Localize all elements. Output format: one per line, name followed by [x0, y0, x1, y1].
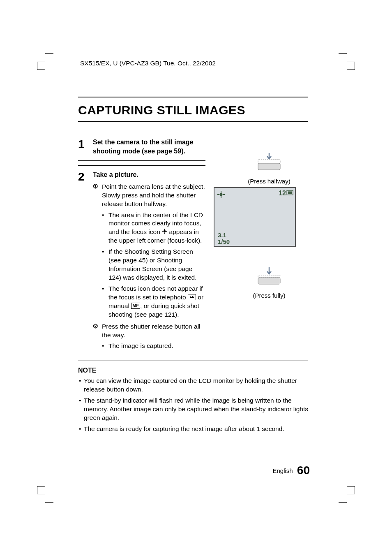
lcd-shutter: 1/50 [218, 238, 230, 245]
substep-1-text: Point the camera lens at the subject. Sl… [102, 183, 205, 208]
note-2: The stand-by indicator will flash red wh… [84, 396, 308, 422]
press-fully-caption: (Press fully) [232, 292, 306, 299]
mf-icon: MF [131, 303, 140, 309]
header-metadata: SX515/EX, U (VPC-AZ3 GB) Tue. Oct., 22/2… [80, 60, 216, 67]
note-bullet: • [78, 425, 84, 433]
bullet-2: If the Shooting Setting Screen (see page… [108, 248, 205, 282]
substep-2-marker: ② [93, 323, 98, 329]
step-1-number: 1 [78, 138, 93, 155]
note-separator [78, 360, 308, 361]
bullet-dot: • [102, 211, 108, 246]
substep-2-text: Press the shutter release button all the… [102, 322, 205, 340]
svg-point-0 [164, 230, 165, 232]
telephoto-icon [188, 294, 196, 300]
note-1: You can view the image captured on the L… [84, 377, 308, 394]
step-2-number: 2 [78, 170, 93, 350]
crop-mark-br [339, 486, 355, 503]
svg-rect-7 [258, 275, 280, 278]
bullet-3: The focus icon does not appear if the fo… [108, 285, 205, 319]
note-bullet: • [78, 396, 84, 422]
step-1-heading: Set the camera to the still image shooti… [93, 138, 205, 155]
svg-rect-6 [288, 192, 292, 194]
step-1: 1 Set the camera to the still image shoo… [78, 131, 205, 161]
footer-language: English [272, 467, 293, 474]
lcd-aperture: 3.1 [218, 232, 226, 239]
crop-mark-bl [37, 486, 53, 503]
press-fully-figure: (Press fully) [232, 266, 306, 299]
step-2-heading: Take a picture. [93, 170, 205, 179]
page-footer: English 60 [272, 464, 310, 477]
footer-page-number: 60 [297, 464, 310, 477]
crop-mark-tl [37, 53, 53, 70]
note-bullet: • [78, 377, 84, 394]
bullet-4: The image is captured. [108, 342, 205, 350]
page-title-wrap: CAPTURING STILL IMAGES [78, 97, 308, 122]
lcd-figure: 12 3.1 1/50 [214, 187, 296, 248]
crop-mark-tr [339, 53, 355, 70]
bullet-dot: • [102, 248, 108, 282]
lcd-remaining-count: 12 [279, 190, 286, 197]
press-halfway-caption: (Press halfway) [232, 178, 306, 185]
note-3: The camera is ready for capturing the ne… [84, 425, 308, 433]
substep-1-marker: ① [93, 183, 98, 190]
svg-rect-2 [258, 163, 280, 170]
bullet-dot: • [102, 342, 108, 350]
svg-rect-8 [258, 278, 280, 284]
step-2: 2 Take a picture. ① Point the camera len… [78, 165, 205, 350]
focus-icon [162, 228, 167, 236]
page-title: CAPTURING STILL IMAGES [78, 103, 308, 117]
note-heading: NOTE [78, 367, 308, 374]
bullet-1: The area in the center of the LCD monito… [108, 211, 205, 246]
press-halfway-figure: (Press halfway) [232, 152, 306, 185]
svg-rect-1 [258, 160, 280, 163]
bullet-dot: • [102, 285, 108, 319]
svg-point-4 [220, 193, 223, 196]
